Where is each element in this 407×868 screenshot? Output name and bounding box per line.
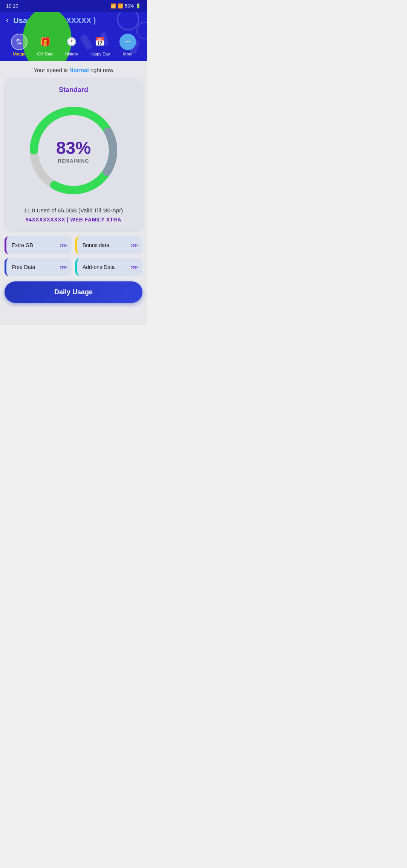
extra-gb-button[interactable]: Extra GB >>> [5,236,72,254]
history-icon: 🕐 [63,34,80,50]
donut-chart-container: 83% REMAINING [11,101,136,200]
status-time: 10:10 [6,3,18,9]
usage-plan: 94XXXXXXXXX | WEB FAMILY XTRA [11,217,136,223]
bonus-data-arrows: >>> [131,243,137,248]
gift-icon: 🎁 [37,34,54,50]
header: ‹ Usage(011XXXXXXXX ) ⇅ Usage 🎁 Gift Dat… [0,12,147,61]
donut-center: 83% REMAINING [56,138,91,164]
tab-gift-label: Gift Data [37,52,54,56]
tab-history[interactable]: 🕐 History [60,31,84,61]
card-title: Standard [11,86,136,94]
tab-usage[interactable]: ⇅ Usage [7,31,31,61]
svg-point-0 [118,12,139,30]
usage-card: Standard 83% REMAINING 11.0 Used of 65.0… [5,78,142,230]
battery-icon: 🔋 [135,3,141,9]
bonus-data-button[interactable]: Bonus data >>> [75,236,142,254]
addons-data-button[interactable]: Add-ons Data >>> [75,258,142,276]
tab-history-label: History [65,52,78,56]
nav-tabs: ⇅ Usage 🎁 Gift Data 🕐 History 📅 Happy Da… [6,31,141,61]
free-data-button[interactable]: Free Data >>> [5,258,72,276]
remaining-label: REMAINING [56,158,91,164]
tab-usage-label: Usage [13,52,25,56]
usage-info: 11.0 Used of 65.0GB (Valid Till :30-Apr) [11,207,136,214]
status-icons: 📶 📶 53% 🔋 [110,3,141,9]
extra-gb-label: Extra GB [12,242,33,248]
battery-text: 53% [125,3,134,9]
tab-happy-day[interactable]: 📅 Happy Day [86,31,113,61]
status-bar: 10:10 📶 📶 53% 🔋 [0,0,147,12]
tab-more[interactable]: ··· More [116,31,140,61]
tab-gift-data[interactable]: 🎁 Gift Data [33,31,57,61]
back-button[interactable]: ‹ [6,15,9,25]
addons-data-label: Add-ons Data [83,264,115,270]
free-data-arrows: >>> [60,264,66,270]
usage-icon: ⇅ [11,34,28,50]
bonus-data-label: Bonus data [83,242,109,248]
main-content: Your speed is Normal right now Standard … [0,61,147,325]
daily-usage-button[interactable]: Daily Usage [5,281,142,303]
more-icon: ··· [119,34,136,50]
tab-happy-day-label: Happy Day [89,52,110,56]
speed-banner: Your speed is Normal right now [5,67,142,73]
happy-day-icon: 📅 [92,34,108,50]
daily-usage-label: Daily Usage [54,288,93,296]
free-data-label: Free Data [12,264,35,270]
donut-percent: 83% [56,138,91,158]
tab-more-label: More [123,52,133,56]
action-grid: Extra GB >>> Bonus data >>> Free Data >>… [5,236,142,276]
extra-gb-arrows: >>> [60,243,66,248]
signal-icon: 📶 [118,3,123,9]
wifi-icon: 📶 [110,3,116,9]
addons-data-arrows: >>> [131,264,137,270]
